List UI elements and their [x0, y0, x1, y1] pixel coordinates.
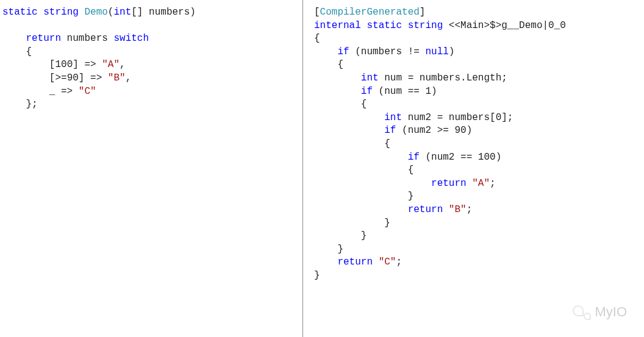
num: 90	[67, 73, 79, 83]
kw-int: int	[113, 7, 131, 18]
kw-internal: internal	[314, 20, 361, 31]
txt	[467, 178, 473, 189]
kw-if: if	[384, 125, 396, 136]
kw-return: return	[408, 204, 443, 215]
txt: (num2 >=	[396, 125, 454, 136]
indent	[314, 46, 337, 57]
kw-switch: switch	[113, 33, 149, 44]
kw-int: int	[361, 73, 379, 83]
brace: }	[314, 218, 390, 229]
br: ]	[420, 7, 426, 18]
comma: ,	[126, 73, 132, 83]
kw-static: static	[367, 20, 402, 31]
left-code-pane: static string Demo(int[] numbers) return…	[0, 0, 303, 337]
txt: ] =>	[79, 73, 108, 83]
txt: ];	[501, 112, 513, 123]
brace: };	[2, 99, 38, 110]
indent	[314, 112, 384, 123]
brace: }	[314, 191, 413, 202]
semi: ;	[490, 178, 496, 189]
txt: numbers	[61, 33, 113, 44]
num: 90	[454, 125, 466, 136]
attr-name: CompilerGenerated	[320, 7, 420, 18]
kw-if: if	[408, 152, 420, 163]
txt: )	[496, 152, 502, 163]
kw-return: return	[26, 33, 61, 44]
br: [	[314, 7, 320, 18]
kw-if: if	[337, 46, 349, 57]
brace: {	[314, 165, 413, 176]
str-a: "A"	[102, 59, 120, 70]
kw-return: return	[431, 178, 467, 189]
brace: {	[314, 33, 320, 44]
num: 1	[425, 86, 431, 97]
semi: ;	[467, 204, 473, 215]
indent	[314, 178, 431, 189]
param: [] numbers)	[131, 7, 196, 18]
kw-null: null	[425, 46, 448, 57]
num: 0	[496, 112, 502, 123]
indent	[314, 152, 408, 163]
code-compare-container: static string Demo(int[] numbers) return…	[0, 0, 644, 337]
brace: {	[314, 99, 367, 110]
txt: _ =>	[2, 86, 79, 97]
indent	[314, 86, 361, 97]
indent	[314, 73, 361, 83]
brace: }	[314, 244, 343, 255]
indent	[314, 125, 384, 136]
txt: )	[431, 86, 437, 97]
kw-int: int	[384, 112, 402, 123]
str-b: "B"	[108, 73, 126, 83]
semi: ;	[396, 257, 402, 268]
str-a: "A"	[472, 178, 490, 189]
kw-static: static	[2, 7, 38, 18]
indent	[314, 204, 408, 215]
txt: )	[467, 125, 473, 136]
str-c: "C"	[379, 257, 396, 268]
txt: (num2 ==	[420, 152, 478, 163]
brace: {	[2, 46, 32, 57]
num: 100	[55, 59, 73, 70]
str-c: "C"	[79, 86, 96, 97]
kw-if: if	[361, 86, 373, 97]
txt: [>=	[2, 73, 67, 83]
kw-return: return	[337, 257, 373, 268]
indent	[314, 257, 337, 268]
method-name: <<Main>$>g__Demo|0_0	[443, 20, 566, 31]
txt	[443, 204, 449, 215]
txt: [	[2, 59, 55, 70]
txt: num2 = numbers[	[402, 112, 496, 123]
comma: ,	[120, 59, 126, 70]
txt: (numbers !=	[349, 46, 426, 57]
right-code-pane: [CompilerGenerated] internal static stri…	[303, 0, 644, 337]
txt	[373, 257, 379, 268]
brace: {	[314, 138, 390, 149]
num: 100	[478, 152, 496, 163]
txt: ] =>	[73, 59, 102, 70]
txt: (num ==	[373, 86, 425, 97]
kw-string: string	[408, 20, 443, 31]
brace: }	[314, 270, 320, 281]
txt: num = numbers.Length;	[379, 73, 507, 83]
brace: }	[314, 230, 367, 241]
kw-string: string	[43, 7, 79, 18]
method-name: Demo	[84, 7, 107, 18]
indent	[2, 33, 26, 44]
txt: )	[449, 46, 455, 57]
brace: {	[314, 59, 343, 70]
str-b: "B"	[449, 204, 467, 215]
